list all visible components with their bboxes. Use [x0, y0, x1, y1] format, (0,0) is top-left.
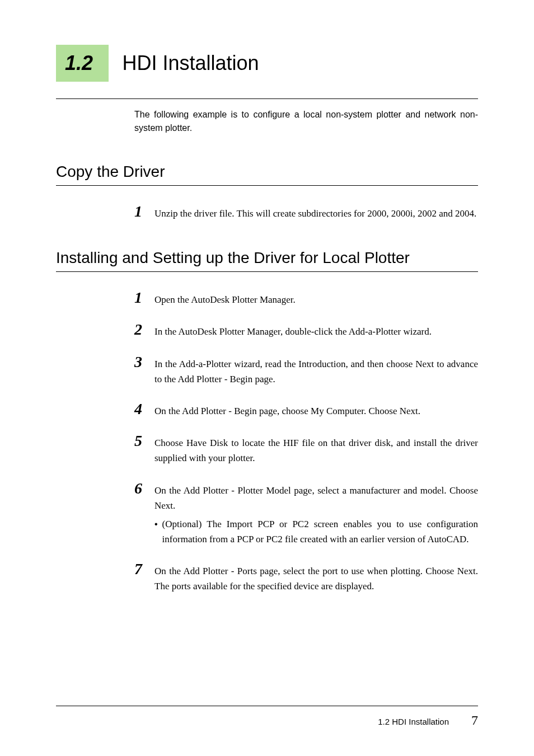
step-number: 4 [134, 400, 150, 418]
step-text: On the Add Plotter - Plotter Model page,… [154, 483, 478, 513]
step-item: 2 In the AutoDesk Plotter Manager, doubl… [134, 321, 478, 339]
divider [56, 706, 478, 706]
step-text: On the Add Plotter - Ports page, select … [154, 564, 478, 594]
bullet-icon: • [154, 519, 158, 529]
step-text: In the Add-a-Plotter wizard, read the In… [154, 356, 478, 387]
step-item: 5 Choose Have Disk to locate the HIF fil… [134, 432, 478, 466]
step-item: 3 In the Add-a-Plotter wizard, read the … [134, 353, 478, 387]
step-item: 7 On the Add Plotter - Ports page, selec… [134, 560, 478, 594]
divider [56, 185, 478, 186]
step-list: 1 Open the AutoDesk Plotter Manager. 2 I… [134, 289, 478, 513]
page-number: 7 [471, 713, 478, 728]
step-item: 1 Unzip the driver file. This will creat… [134, 203, 478, 221]
intro-paragraph: The following example is to configure a … [134, 108, 478, 135]
subsection-title: Installing and Setting up the Driver for… [56, 249, 478, 267]
step-number: 7 [134, 560, 150, 578]
section-header: 1.2 HDI Installation [56, 45, 478, 82]
footer-section-label: 1.2 HDI Installation [378, 717, 449, 726]
footer: 1.2 HDI Installation 7 [56, 706, 478, 728]
section-number-badge: 1.2 [56, 45, 109, 82]
step-number: 6 [134, 480, 150, 497]
step-text: In the AutoDesk Plotter Manager, double-… [154, 324, 478, 339]
step-text: Choose Have Disk to locate the HIF file … [154, 435, 478, 466]
step-item: 1 Open the AutoDesk Plotter Manager. [134, 289, 478, 307]
step-list: 7 On the Add Plotter - Ports page, selec… [134, 560, 478, 594]
step-number: 3 [134, 353, 150, 371]
step-list: 1 Unzip the driver file. This will creat… [134, 203, 478, 221]
step-number: 1 [134, 289, 150, 307]
section-number: 1.2 [65, 51, 93, 74]
step-text: Open the AutoDesk Plotter Manager. [154, 292, 478, 307]
step-number: 1 [134, 203, 150, 220]
section-title: HDI Installation [123, 51, 259, 75]
divider [56, 98, 478, 99]
bullet-text: (Optional) The Import PCP or PC2 screen … [162, 516, 478, 547]
step-text: On the Add Plotter - Begin page, choose … [154, 403, 478, 419]
step-number: 5 [134, 432, 150, 450]
divider [56, 271, 478, 272]
subsection-title: Copy the Driver [56, 163, 478, 181]
step-item: 6 On the Add Plotter - Plotter Model pag… [134, 480, 478, 513]
step-bullet: • (Optional) The Import PCP or PC2 scree… [154, 516, 478, 547]
step-item: 4 On the Add Plotter - Begin page, choos… [134, 400, 478, 419]
step-number: 2 [134, 321, 150, 339]
step-text: Unzip the driver file. This will create … [154, 206, 478, 221]
